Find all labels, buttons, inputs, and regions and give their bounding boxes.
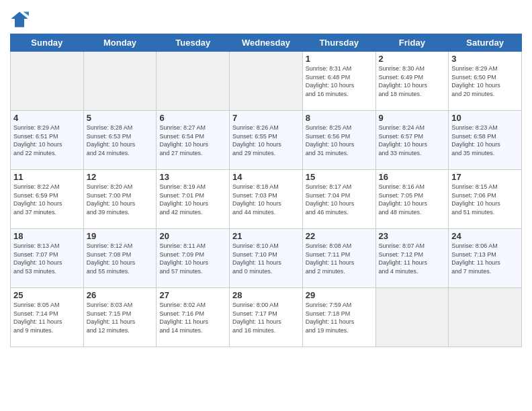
day-cell: 22Sunrise: 8:08 AM Sunset: 7:11 PM Dayli… [302,229,375,288]
day-cell: 26Sunrise: 8:03 AM Sunset: 7:15 PM Dayli… [83,288,157,347]
day-cell: 20Sunrise: 8:11 AM Sunset: 7:09 PM Dayli… [157,229,230,288]
day-info-text: Sunrise: 8:06 AM Sunset: 7:13 PM Dayligh… [451,242,519,275]
day-info-text: Sunrise: 8:11 AM Sunset: 7:09 PM Dayligh… [159,242,226,275]
day-cell: 6Sunrise: 8:27 AM Sunset: 6:54 PM Daylig… [157,111,230,170]
day-cell: 23Sunrise: 8:07 AM Sunset: 7:12 PM Dayli… [375,229,449,288]
day-info-text: Sunrise: 7:59 AM Sunset: 7:18 PM Dayligh… [306,301,373,334]
day-info-text: Sunrise: 8:12 AM Sunset: 7:08 PM Dayligh… [87,242,154,275]
day-number: 15 [306,172,373,182]
day-cell: 3Sunrise: 8:29 AM Sunset: 6:50 PM Daylig… [449,52,522,111]
day-info-text: Sunrise: 8:07 AM Sunset: 7:12 PM Dayligh… [379,242,446,275]
day-cell [157,52,230,111]
day-number: 28 [232,290,300,300]
day-cell: 17Sunrise: 8:15 AM Sunset: 7:06 PM Dayli… [449,170,522,229]
day-info-text: Sunrise: 8:31 AM Sunset: 6:48 PM Dayligh… [306,64,373,98]
week-row-2: 4Sunrise: 8:29 AM Sunset: 6:51 PM Daylig… [11,111,522,170]
day-cell: 21Sunrise: 8:10 AM Sunset: 7:10 PM Dayli… [230,229,303,288]
day-cell: 8Sunrise: 8:25 AM Sunset: 6:56 PM Daylig… [302,111,375,170]
day-info-text: Sunrise: 8:05 AM Sunset: 7:14 PM Dayligh… [13,301,81,334]
header-monday: Monday [83,34,157,52]
day-cell: 25Sunrise: 8:05 AM Sunset: 7:14 PM Dayli… [11,288,84,347]
day-cell: 16Sunrise: 8:16 AM Sunset: 7:05 PM Dayli… [375,170,449,229]
day-info-text: Sunrise: 8:16 AM Sunset: 7:05 PM Dayligh… [379,183,446,216]
day-number: 11 [13,172,81,182]
day-cell [375,288,449,347]
day-cell: 10Sunrise: 8:23 AM Sunset: 6:58 PM Dayli… [449,111,522,170]
day-number: 27 [159,290,226,300]
day-cell: 18Sunrise: 8:13 AM Sunset: 7:07 PM Dayli… [11,229,84,288]
day-info-text: Sunrise: 8:20 AM Sunset: 7:00 PM Dayligh… [87,183,154,216]
header-wednesday: Wednesday [230,34,303,52]
day-info-text: Sunrise: 8:24 AM Sunset: 6:57 PM Dayligh… [379,124,446,157]
day-info-text: Sunrise: 8:13 AM Sunset: 7:07 PM Dayligh… [13,242,81,275]
day-cell [230,52,303,111]
day-number: 12 [87,172,154,182]
day-number: 23 [379,231,446,241]
day-info-text: Sunrise: 8:28 AM Sunset: 6:53 PM Dayligh… [87,124,154,157]
day-number: 22 [306,231,373,241]
day-info-text: Sunrise: 8:08 AM Sunset: 7:11 PM Dayligh… [306,242,373,275]
day-number: 17 [451,172,519,182]
day-info-text: Sunrise: 8:18 AM Sunset: 7:03 PM Dayligh… [232,183,300,216]
day-cell: 7Sunrise: 8:26 AM Sunset: 6:55 PM Daylig… [230,111,303,170]
day-info-text: Sunrise: 8:30 AM Sunset: 6:49 PM Dayligh… [379,64,446,98]
day-info-text: Sunrise: 8:22 AM Sunset: 6:59 PM Dayligh… [13,183,81,216]
svg-marker-1 [24,12,29,16]
day-number: 26 [87,290,154,300]
week-row-1: 1Sunrise: 8:31 AM Sunset: 6:48 PM Daylig… [11,52,522,111]
day-info-text: Sunrise: 8:03 AM Sunset: 7:15 PM Dayligh… [87,301,154,334]
day-number: 29 [306,290,373,300]
day-number: 14 [232,172,300,182]
day-number: 19 [87,231,154,241]
day-info-text: Sunrise: 8:15 AM Sunset: 7:06 PM Dayligh… [451,183,519,216]
day-info-text: Sunrise: 8:25 AM Sunset: 6:56 PM Dayligh… [306,124,373,157]
day-cell: 19Sunrise: 8:12 AM Sunset: 7:08 PM Dayli… [83,229,157,288]
week-row-4: 18Sunrise: 8:13 AM Sunset: 7:07 PM Dayli… [11,229,522,288]
day-info-text: Sunrise: 8:26 AM Sunset: 6:55 PM Dayligh… [232,124,300,157]
header-sunday: Sunday [11,34,84,52]
day-cell: 15Sunrise: 8:17 AM Sunset: 7:04 PM Dayli… [302,170,375,229]
day-info-text: Sunrise: 8:10 AM Sunset: 7:10 PM Dayligh… [232,242,300,275]
day-cell [449,288,522,347]
day-cell: 27Sunrise: 8:02 AM Sunset: 7:16 PM Dayli… [157,288,230,347]
calendar-table: Sunday Monday Tuesday Wednesday Thursday… [10,34,522,347]
day-cell: 1Sunrise: 8:31 AM Sunset: 6:48 PM Daylig… [302,52,375,111]
day-info-text: Sunrise: 8:17 AM Sunset: 7:04 PM Dayligh… [306,183,373,216]
day-number: 24 [451,231,519,241]
day-cell [83,52,157,111]
day-cell: 4Sunrise: 8:29 AM Sunset: 6:51 PM Daylig… [11,111,84,170]
day-number: 10 [451,113,519,123]
day-cell: 11Sunrise: 8:22 AM Sunset: 6:59 PM Dayli… [11,170,84,229]
day-number: 1 [306,54,373,64]
day-cell: 12Sunrise: 8:20 AM Sunset: 7:00 PM Dayli… [83,170,157,229]
day-cell: 13Sunrise: 8:19 AM Sunset: 7:01 PM Dayli… [157,170,230,229]
header [10,7,522,28]
svg-marker-0 [11,12,28,28]
day-info-text: Sunrise: 8:23 AM Sunset: 6:58 PM Dayligh… [451,124,519,157]
day-info-text: Sunrise: 8:27 AM Sunset: 6:54 PM Dayligh… [159,124,226,157]
header-friday: Friday [375,34,449,52]
day-number: 8 [306,113,373,123]
day-header-row: Sunday Monday Tuesday Wednesday Thursday… [11,34,522,52]
day-cell: 28Sunrise: 8:00 AM Sunset: 7:17 PM Dayli… [230,288,303,347]
day-info-text: Sunrise: 8:02 AM Sunset: 7:16 PM Dayligh… [159,301,226,334]
day-info-text: Sunrise: 8:00 AM Sunset: 7:17 PM Dayligh… [232,301,300,334]
header-tuesday: Tuesday [157,34,230,52]
day-number: 9 [379,113,446,123]
day-cell: 29Sunrise: 7:59 AM Sunset: 7:18 PM Dayli… [302,288,375,347]
day-number: 4 [13,113,81,123]
header-thursday: Thursday [302,34,375,52]
calendar-page: Sunday Monday Tuesday Wednesday Thursday… [0,0,532,411]
day-number: 16 [379,172,446,182]
day-number: 20 [159,231,226,241]
day-number: 21 [232,231,300,241]
day-number: 6 [159,113,226,123]
day-cell: 24Sunrise: 8:06 AM Sunset: 7:13 PM Dayli… [449,229,522,288]
day-number: 7 [232,113,300,123]
day-cell: 9Sunrise: 8:24 AM Sunset: 6:57 PM Daylig… [375,111,449,170]
day-number: 13 [159,172,226,182]
day-info-text: Sunrise: 8:19 AM Sunset: 7:01 PM Dayligh… [159,183,226,216]
day-number: 2 [379,54,446,64]
day-number: 3 [451,54,519,64]
week-row-5: 25Sunrise: 8:05 AM Sunset: 7:14 PM Dayli… [11,288,522,347]
